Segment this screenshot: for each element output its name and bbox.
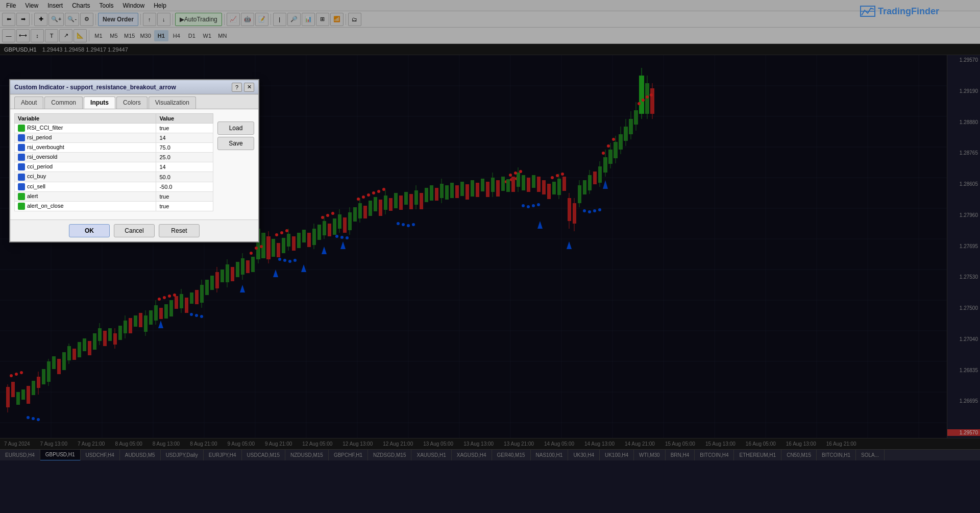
row-icon-rsi-overbought (18, 144, 25, 151)
row-value[interactable]: 14 (156, 162, 213, 172)
modal-tab-inputs[interactable]: Inputs (84, 96, 115, 109)
row-value[interactable]: true (156, 191, 213, 201)
row-value[interactable]: 50.0 (156, 172, 213, 182)
row-value[interactable]: true (156, 124, 213, 133)
table-row[interactable]: RSI_CCI_filter true (15, 124, 213, 133)
col-header-value: Value (156, 114, 213, 124)
row-icon-alert (18, 193, 25, 200)
reset-button[interactable]: Reset (159, 224, 200, 237)
ok-button[interactable]: OK (69, 224, 110, 237)
modal-tabs: About Common Inputs Colors Visualization (10, 94, 258, 109)
table-row[interactable]: rsi_period 14 (15, 133, 213, 143)
row-value[interactable]: 75.0 (156, 143, 213, 153)
load-button[interactable]: Load (217, 121, 254, 135)
row-icon-cci-sell (18, 183, 25, 190)
modal-tab-common[interactable]: Common (44, 96, 83, 109)
row-variable: rsi_period (15, 133, 156, 143)
row-value[interactable]: -50.0 (156, 182, 213, 191)
params-table: Variable Value RSI_CCI_filter true (14, 113, 213, 211)
modal-help-button[interactable]: ? (232, 83, 242, 92)
modal-overlay: Custom Indicator - support_resistance_br… (0, 0, 980, 513)
row-icon-cci-buy (18, 174, 25, 181)
cancel-button[interactable]: Cancel (114, 224, 155, 237)
modal-footer: OK Cancel Reset (10, 219, 258, 241)
modal-tab-visualization[interactable]: Visualization (149, 96, 196, 109)
modal-dialog: Custom Indicator - support_resistance_br… (9, 79, 259, 242)
modal-close-button[interactable]: ✕ (244, 83, 254, 92)
table-row[interactable]: rsi_overbought 75.0 (15, 143, 213, 153)
save-button[interactable]: Save (217, 137, 254, 150)
row-value[interactable]: 14 (156, 133, 213, 143)
table-row[interactable]: rsi_oversold 25.0 (15, 153, 213, 162)
modal-tab-colors[interactable]: Colors (116, 96, 148, 109)
table-row[interactable]: cci_period 14 (15, 162, 213, 172)
modal-controls: ? ✕ (232, 83, 254, 92)
modal-title: Custom Indicator - support_resistance_br… (14, 84, 176, 91)
row-variable: cci_period (15, 162, 156, 172)
row-variable: alert_on_close (15, 201, 156, 211)
table-row[interactable]: cci_sell -50.0 (15, 182, 213, 191)
table-row[interactable]: cci_buy 50.0 (15, 172, 213, 182)
modal-titlebar: Custom Indicator - support_resistance_br… (10, 80, 258, 94)
table-row[interactable]: alert_on_close true (15, 201, 213, 211)
modal-tab-about[interactable]: About (14, 96, 43, 109)
row-value[interactable]: 25.0 (156, 153, 213, 162)
row-variable: RSI_CCI_filter (15, 124, 156, 133)
row-variable: cci_sell (15, 182, 156, 191)
modal-content: Variable Value RSI_CCI_filter true (10, 109, 258, 219)
table-row[interactable]: alert true (15, 191, 213, 201)
row-icon-rsi-filter (18, 125, 25, 132)
col-header-variable: Variable (15, 114, 156, 124)
row-variable: rsi_oversold (15, 153, 156, 162)
row-variable: alert (15, 191, 156, 201)
row-icon-rsi-period (18, 134, 25, 141)
row-icon-cci-period (18, 163, 25, 170)
row-value[interactable]: true (156, 201, 213, 211)
row-icon-alert-on-close (18, 203, 25, 210)
row-variable: cci_buy (15, 172, 156, 182)
row-variable: rsi_overbought (15, 143, 156, 153)
row-icon-rsi-oversold (18, 154, 25, 161)
